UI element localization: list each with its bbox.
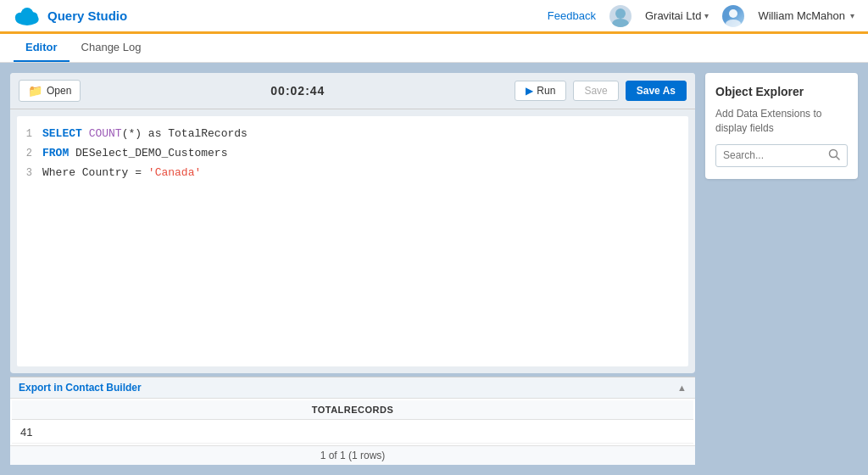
save-button[interactable]: Save (573, 81, 618, 101)
svg-point-5 (612, 19, 629, 27)
results-table: TOTALRECORDS 41 (10, 399, 695, 445)
results-footer: 1 of 1 (1 rows) (10, 445, 695, 465)
app-title: Query Studio (47, 8, 127, 23)
save-as-button[interactable]: Save As (626, 81, 687, 101)
object-explorer-hint: Add Data Extensions to display fields (715, 107, 848, 136)
salesforce-logo (14, 7, 41, 25)
line-number: 3 (17, 165, 42, 182)
editor-card: 📁 Open 00:02:44 ▶ Run Save Save As 1 SEL… (10, 73, 695, 373)
line-number: 1 (17, 126, 42, 142)
nav-actions: Feedback Gravitai Ltd ▾ William McMahon … (548, 5, 854, 27)
scroll-up-icon[interactable]: ▲ (677, 383, 687, 393)
line-number: 2 (17, 146, 42, 162)
editor-toolbar: 📁 Open 00:02:44 ▶ Run Save Save As (10, 73, 695, 109)
svg-point-4 (615, 8, 626, 19)
org-chevron-icon: ▾ (704, 11, 709, 20)
table-row: 41 (12, 422, 693, 444)
object-explorer-card: Object Explorer Add Data Extensions to d… (705, 73, 858, 179)
svg-point-7 (726, 20, 741, 27)
org-selector[interactable]: Gravitai Ltd ▾ (645, 9, 709, 22)
svg-line-9 (837, 156, 840, 159)
timer-display: 00:02:44 (87, 84, 508, 98)
open-button[interactable]: 📁 Open (19, 80, 81, 102)
user-menu[interactable]: William McMahon ▾ (758, 9, 854, 22)
run-button[interactable]: ▶ Run (515, 81, 566, 101)
tab-changelog[interactable]: Change Log (70, 34, 153, 62)
tab-editor[interactable]: Editor (14, 34, 70, 62)
tab-bar: Editor Change Log (0, 34, 868, 63)
results-area: Export in Contact Builder ▲ TOTALRECORDS… (10, 377, 695, 465)
top-navigation: Query Studio Feedback Gravitai Ltd ▾ Wil… (0, 0, 868, 34)
user-chevron-icon: ▾ (850, 11, 854, 20)
code-editor[interactable]: 1 SELECT COUNT(*) as TotalRecords 2 FROM… (17, 116, 688, 366)
search-input[interactable] (723, 149, 825, 161)
code-line-3: 3 Where Country = 'Canada' (17, 164, 688, 183)
results-header: Export in Contact Builder ▲ (10, 377, 695, 399)
code-line-1: 1 SELECT COUNT(*) as TotalRecords (17, 125, 688, 144)
user-avatar (722, 5, 744, 27)
main-area: 📁 Open 00:02:44 ▶ Run Save Save As 1 SEL… (0, 63, 868, 475)
column-header: TOTALRECORDS (12, 400, 693, 420)
object-explorer-title: Object Explorer (715, 85, 848, 98)
search-box[interactable] (715, 144, 848, 167)
search-icon (828, 148, 840, 163)
org-avatar (609, 5, 632, 27)
export-label: Export in Contact Builder (19, 382, 142, 394)
cell-value: 41 (12, 422, 693, 444)
right-panel: Object Explorer Add Data Extensions to d… (705, 73, 858, 465)
feedback-link[interactable]: Feedback (548, 9, 596, 22)
svg-point-6 (729, 9, 737, 18)
svg-point-3 (21, 8, 34, 20)
run-icon: ▶ (526, 85, 533, 97)
app-branding: Query Studio (14, 7, 127, 25)
folder-icon: 📁 (28, 84, 42, 98)
left-panel: 📁 Open 00:02:44 ▶ Run Save Save As 1 SEL… (10, 73, 695, 465)
code-line-2: 2 FROM DESelect_DEMO_Customers (17, 144, 688, 164)
